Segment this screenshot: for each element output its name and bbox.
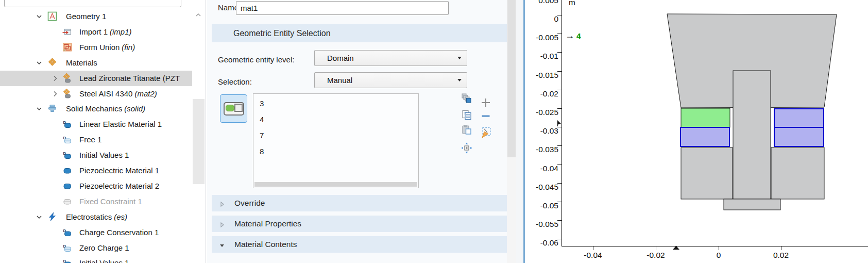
- model-builder-search-box[interactable]: [4, 0, 181, 7]
- graphics-panel[interactable]: m → 4 0.0050-0.005-0.01-0.015-0.02-0.025…: [525, 0, 868, 263]
- tree-item-label: Piezoelectric Material 2: [79, 182, 159, 190]
- y-tick-label: -0.045: [527, 182, 558, 192]
- section-collapsed-icon[interactable]: [219, 221, 225, 227]
- chevron-down-icon[interactable]: [35, 213, 43, 221]
- y-tick-label: -0.025: [527, 107, 558, 118]
- selection-label: Selection:: [218, 77, 252, 86]
- remove-from-selection-icon: [480, 114, 491, 123]
- chevron-down-icon[interactable]: [35, 12, 43, 21]
- remove-from-selection-button[interactable]: [480, 110, 493, 124]
- section-geometric-entity-selection[interactable]: Geometric Entity Selection: [212, 24, 507, 42]
- tree-item-import-1[interactable]: Import 1(imp1): [0, 24, 192, 40]
- y-tick-label: 0: [527, 14, 558, 24]
- form-union-icon: [62, 42, 72, 52]
- comsol-window: Geometry 1Import 1(imp1)Form Union(fin)M…: [0, 0, 868, 263]
- chevron-right-icon[interactable]: [51, 74, 59, 83]
- tree-item-piezoelectric-material-2[interactable]: Piezoelectric Material 2: [0, 178, 192, 194]
- geometry-tail-right-domain[interactable]: [771, 147, 824, 199]
- clear-selection-button[interactable]: [479, 126, 492, 140]
- section-material-contents[interactable]: Material Contents: [212, 236, 507, 253]
- selection-list[interactable]: 3478: [253, 93, 419, 188]
- tree-item-label: Solid Mechanics: [66, 104, 122, 113]
- disabled-icon: [62, 196, 72, 206]
- tree-item-electrostatics[interactable]: Electrostatics(es): [0, 209, 192, 225]
- domain-d-icon: D: [62, 150, 72, 160]
- zoom-to-selection-icon: [461, 146, 472, 155]
- tree-item-geometry-1[interactable]: Geometry 1: [0, 9, 192, 24]
- entity-level-value: Domain: [327, 51, 354, 65]
- x-tick-label: 0: [698, 250, 739, 260]
- name-input[interactable]: [236, 1, 449, 15]
- geometry-selected-domain-7[interactable]: [774, 109, 824, 127]
- section-title: Override: [234, 195, 265, 211]
- section-override[interactable]: Override: [212, 195, 507, 211]
- geometry-selected-domain-8[interactable]: [774, 127, 824, 146]
- tree-item-label: Linear Elastic Material 1: [79, 120, 162, 128]
- tree-item-solid-mechanics[interactable]: Solid Mechanics(solid): [0, 101, 192, 117]
- solid-mechanics-icon: [47, 104, 57, 113]
- zoom-to-selection-button[interactable]: [461, 142, 474, 156]
- geometry-selected-domain-3[interactable]: [680, 127, 729, 146]
- tree-item-steel-aisi-4340[interactable]: Steel AISI 4340(mat2): [0, 86, 192, 102]
- y-tick-label: -0.005: [527, 32, 558, 43]
- clear-selection-icon: [479, 133, 492, 141]
- tree-scrollbar-thumb[interactable]: [193, 99, 205, 184]
- tree-item-tag: (solid): [124, 104, 145, 113]
- tree-item-initial-values-1[interactable]: DInitial Values 1: [0, 147, 192, 163]
- active-selection-toggle-button[interactable]: [220, 94, 247, 123]
- boundary-d-icon: D: [62, 135, 72, 144]
- boundary-d-icon: D: [62, 243, 72, 253]
- geometry-bolt-domain[interactable]: [733, 71, 771, 199]
- toggle-switch-icon: [224, 102, 244, 116]
- panel-gap: [516, 0, 523, 263]
- create-selection-icon: [461, 97, 472, 106]
- tree-item-label: Fixed Constraint 1: [79, 197, 142, 206]
- geometry-tail-left-domain[interactable]: [681, 147, 733, 199]
- selection-list-hscrollbar[interactable]: [254, 182, 417, 187]
- section-collapsed-icon[interactable]: [219, 200, 225, 206]
- selection-list-item[interactable]: 8: [260, 144, 264, 159]
- add-to-selection-button[interactable]: [480, 97, 493, 110]
- tree-item-label: Geometry 1: [66, 12, 106, 21]
- section-expanded-icon[interactable]: [219, 241, 225, 248]
- tree-item-label: Free 1: [79, 135, 101, 144]
- electrostatics-icon: [47, 212, 57, 222]
- selection-list-item[interactable]: 3: [260, 96, 264, 111]
- create-selection-button[interactable]: [461, 93, 474, 106]
- tree-item-label: Form Union: [79, 43, 120, 52]
- tree-item-initial-values-1[interactable]: DInitial Values 1: [0, 255, 192, 263]
- tree-item-charge-conservation-1[interactable]: DCharge Conservation 1: [0, 225, 192, 240]
- tree-item-lead-zirconate-titanate-pzt[interactable]: Lead Zirconate Titanate (PZT: [0, 71, 192, 86]
- section-material-properties[interactable]: Material Properties: [212, 216, 507, 232]
- chevron-down-icon[interactable]: [35, 105, 43, 113]
- selection-list-item[interactable]: 4: [260, 112, 264, 127]
- section-title: Geometric Entity Selection: [233, 24, 331, 42]
- tree-item-piezoelectric-material-1[interactable]: Piezoelectric Material 1: [0, 163, 192, 178]
- y-tick-label: -0.06: [527, 238, 558, 248]
- tree-item-label: Initial Values 1: [79, 151, 129, 159]
- tree-item-label: Materials: [66, 58, 97, 67]
- tree-item-fixed-constraint-1[interactable]: Fixed Constraint 1: [0, 194, 192, 209]
- model-builder-panel: Geometry 1Import 1(imp1)Form Union(fin)M…: [0, 0, 205, 263]
- y-tick-label: -0.03: [527, 126, 558, 136]
- entity-level-dropdown[interactable]: Domain: [314, 50, 467, 66]
- tree-item-linear-elastic-material-1[interactable]: DLinear Elastic Material 1: [0, 117, 192, 132]
- selection-list-item[interactable]: 7: [260, 128, 264, 143]
- selection-dropdown[interactable]: Manual: [314, 72, 467, 88]
- copy-selection-button[interactable]: [461, 109, 474, 123]
- settings-scrollbar-thumb[interactable]: [507, 0, 516, 157]
- geometry-bolt-head-domain[interactable]: [724, 199, 780, 210]
- paste-selection-button[interactable]: [461, 124, 474, 138]
- hover-annotation-arrow: →: [565, 30, 574, 41]
- chevron-down-icon[interactable]: [35, 59, 43, 67]
- tree-item-materials[interactable]: Materials: [0, 55, 192, 71]
- chevron-right-icon[interactable]: [51, 90, 59, 98]
- tree-item-free-1[interactable]: DFree 1: [0, 132, 192, 147]
- section-title: Material Contents: [234, 236, 297, 253]
- entity-level-label: Geometric entity level:: [218, 55, 294, 64]
- geometry-hovered-domain-4[interactable]: [681, 108, 730, 127]
- scroll-up-icon[interactable]: [194, 11, 202, 19]
- tree-item-form-union[interactable]: Form Union(fin): [0, 40, 192, 55]
- tree-item-zero-charge-1[interactable]: DZero Charge 1: [0, 240, 192, 256]
- tree-item-label: Initial Values 1: [79, 258, 129, 263]
